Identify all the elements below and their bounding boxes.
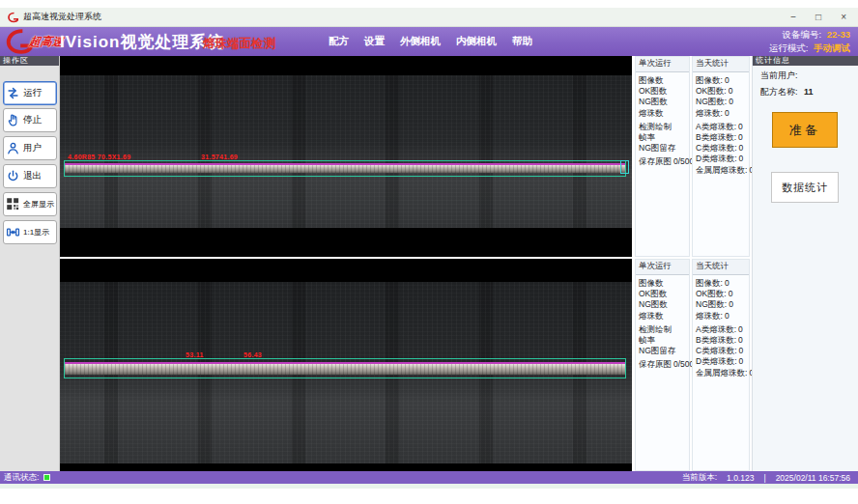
stat-label: OK图数: [696,289,727,298]
stat-value: 0 [725,311,729,321]
device-number-value: 22-33 [827,29,850,40]
prepare-button[interactable]: 准备 [772,112,838,148]
recipe-name-label: 配方名称: [760,87,798,97]
daily-stats-column: 当天统计 图像数:0 OK图数:0 NG图数:0 熔珠数:0 A类熔珠数:0 B… [692,56,750,257]
stat-row: 金属屑熔珠数:0 [693,368,749,378]
window-bottom-edge [0,484,858,489]
fullscreen-button[interactable]: 全屏显示 [3,192,57,216]
stat-row: B类熔珠数:0 [693,132,749,143]
run-mode-label: 运行模式: [769,42,809,53]
stat-label: NG图留存 [639,346,675,355]
stat-label: 图像数: [696,75,723,85]
app-title: IVision视觉处理系统 [60,31,224,53]
camera-view-inner: 53.11 56.43 [60,259,632,471]
stat-label: B类熔珠数: [696,132,736,142]
menu-settings[interactable]: 设置 [364,35,385,48]
stat-value: 0 [729,299,733,309]
stat-row: 熔珠数:0 [693,108,749,119]
stat-value: 0 [738,122,743,131]
exit-button[interactable]: 退出 [3,164,57,188]
menu-outer-camera[interactable]: 外侧相机 [400,35,441,48]
one-to-one-label: 1:1显示 [23,227,49,238]
run-button[interactable]: 运行 [3,81,57,105]
status-datetime: 2025/02/11 16:57:56 [776,473,850,483]
stat-label: 检测绘制 [639,324,672,334]
stat-label: 熔珠数: [696,311,723,321]
minimize-icon[interactable]: − [790,12,796,23]
stat-row: 保存原图0/500 [636,156,689,167]
stat-label: 图像数: [696,278,723,288]
stat-label: 保存原图 [639,359,672,369]
stat-value: 0 [738,335,743,345]
status-bar: 通讯状态: 当前版本: 1.0.123 | 2025/02/11 16:57:5… [0,471,858,484]
stat-value: 0 [738,324,743,334]
stat-row: 图像数:0 [693,278,749,289]
stat-row: NG图数 [636,97,689,107]
stat-value: 0 [739,356,744,366]
run-label: 运行 [23,87,42,99]
camera1-image [60,75,632,228]
stat-value: 0 [729,97,733,106]
version-label: 当前版本: [682,472,717,484]
app-subtitle: 熔珠端面检测 [203,36,275,52]
stat-row: 图像数 [636,75,689,86]
window-controls: − □ × [790,12,846,23]
recipe-name-value: 11 [804,87,814,97]
stat-label: A类熔珠数: [696,324,736,334]
user-label: 用户 [23,142,42,154]
stat-label: 帧率 [639,335,655,345]
stat-label: 保存原图 [639,156,672,166]
brand-logo: 超高速 [4,29,64,54]
stat-label: D类熔珠数: [696,356,737,366]
daily-stats-title: 当天统计 [693,57,749,72]
stat-row: NG图留存 [636,346,689,356]
camera2-measurement-1: 53.11 [186,351,204,358]
fullscreen-grid-icon [6,197,20,211]
stop-hand-icon [6,113,20,127]
camera-view-outer: 4.60R85 70.5X1.69 31.5741.69 [60,56,632,257]
user-icon [6,141,20,155]
operation-sidebar: 操作区 运行 停止 用户 退出 全屏显示 [0,56,60,471]
device-number-label: 设备编号: [782,29,821,40]
menu-inner-camera[interactable]: 内侧相机 [456,35,497,48]
stat-value: 0 [725,108,729,118]
stat-value: 0 [725,278,729,288]
menu-recipe[interactable]: 配方 [329,35,349,48]
power-icon [6,169,20,183]
one-to-one-button[interactable]: 1:1显示 [3,220,57,244]
stat-row: A类熔珠数:0 [693,324,749,335]
fullscreen-label: 全屏显示 [23,199,54,210]
stat-label: NG图数: [696,97,727,106]
stat-value: 0 [729,289,733,298]
stat-row: NG图数:0 [693,299,749,310]
data-statistics-button[interactable]: 数据统计 [771,172,839,203]
stat-row: B类熔珠数:0 [693,335,749,346]
camera1-measurement-2: 31.5741.69 [201,154,238,160]
menu-help[interactable]: 帮助 [512,35,532,48]
comm-status-indicator [43,474,50,481]
stat-row: OK图数 [636,289,689,299]
run-mode-value: 手动调试 [814,42,850,53]
stat-label: 金属屑熔珠数: [696,165,747,175]
stat-row: 检测绘制 [636,122,689,132]
status-separator: | [763,473,765,483]
device-number-row: 设备编号: 22-33 [769,28,850,42]
stat-row: 熔珠数 [636,311,689,322]
single-run-column: 单次运行 图像数 OK图数 NG图数 熔珠数 检测绘制 帧率 NG图留存 保存原… [635,56,690,257]
stat-row: OK图数 [636,86,689,97]
stat-row: 帧率 [636,132,689,143]
statistics-info-panel: 统计信息 当前用户: 配方名称: 11 准备 数据统计 [752,56,858,471]
maximize-icon[interactable]: □ [815,12,821,23]
stat-label: B类熔珠数: [696,335,736,345]
stat-label: 检测绘制 [639,122,672,131]
recipe-name-row: 配方名称: 11 [753,82,858,98]
stat-row: NG图留存 [636,143,689,154]
stat-row: NG图数 [636,299,689,310]
stat-label: 熔珠数 [639,108,664,118]
run-mode-row: 运行模式: 手动调试 [769,42,850,55]
stop-button[interactable]: 停止 [3,108,57,132]
stat-value: 0 [739,154,744,163]
user-button[interactable]: 用户 [3,136,57,160]
close-icon[interactable]: × [841,12,846,23]
stat-row: 熔珠数:0 [693,311,749,322]
